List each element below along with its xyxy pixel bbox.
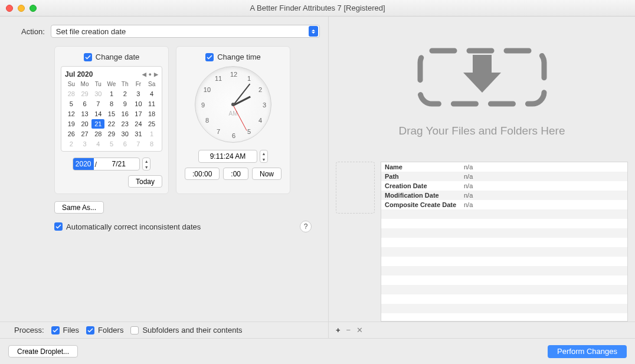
minimize-icon[interactable]	[18, 5, 25, 12]
process-subfolders-label: Subfolders and their contents	[142, 326, 242, 335]
calendar-day[interactable]: 14	[91, 109, 104, 119]
info-row-empty	[381, 238, 627, 247]
date-input[interactable]: 2020 /	[73, 158, 140, 170]
calendar-day[interactable]: 28	[65, 89, 78, 99]
calendar-day[interactable]: 27	[78, 129, 91, 139]
calendar-day[interactable]: 26	[65, 129, 78, 139]
calendar-day[interactable]: 17	[132, 109, 145, 119]
calendar-month-year: Jul 2020	[65, 70, 93, 78]
calendar-day[interactable]: 1	[105, 89, 118, 99]
calendar-day[interactable]: 30	[91, 89, 104, 99]
calendar-day[interactable]: 18	[145, 109, 158, 119]
calendar-day[interactable]: 5	[65, 99, 78, 109]
change-time-label: Change time	[217, 53, 261, 61]
calendar-day[interactable]: 5	[105, 139, 118, 149]
dropdown-arrow-icon	[309, 26, 318, 37]
same-as-button[interactable]: Same As...	[54, 201, 104, 214]
calendar-day[interactable]: 7	[91, 99, 104, 109]
calendar-day[interactable]: 6	[78, 99, 91, 109]
help-button[interactable]: ?	[300, 221, 312, 232]
clock-number: 6	[232, 132, 235, 139]
cal-prev-icon[interactable]: ◀	[142, 71, 146, 77]
calendar-day[interactable]: 1	[145, 129, 158, 139]
calendar-day[interactable]: 30	[119, 129, 132, 139]
change-time-checkbox[interactable]	[205, 53, 214, 61]
calendar-day[interactable]: 16	[119, 109, 132, 119]
drop-zone[interactable]: Drag Your Files and Folders Here	[329, 17, 635, 157]
calendar-day[interactable]: 12	[65, 109, 78, 119]
calendar-day[interactable]: 2	[119, 89, 132, 99]
info-key: Name	[381, 163, 464, 170]
clock-number: 4	[258, 117, 262, 124]
calendar-day[interactable]: 28	[91, 129, 104, 139]
perform-changes-button[interactable]: Perform Changes	[548, 345, 627, 358]
calendar-dow: Su	[65, 80, 78, 88]
clear-files-button[interactable]: ✕	[356, 326, 363, 335]
change-date-checkbox[interactable]	[84, 53, 92, 61]
zoom-icon[interactable]	[30, 5, 37, 12]
action-value: Set file creation date	[56, 27, 126, 36]
calendar-day[interactable]: 6	[119, 139, 132, 149]
calendar-day[interactable]: 7	[132, 139, 145, 149]
calendar-day[interactable]: 22	[105, 119, 118, 129]
action-select[interactable]: Set file creation date	[51, 25, 320, 38]
add-file-button[interactable]: +	[336, 326, 341, 335]
auto-correct-checkbox[interactable]	[54, 222, 63, 231]
monthday-field[interactable]	[98, 160, 139, 168]
process-files-checkbox[interactable]	[51, 326, 60, 335]
calendar-day[interactable]: 20	[78, 119, 91, 129]
process-subfolders-checkbox[interactable]	[130, 326, 139, 335]
calendar-dow: Fr	[132, 80, 145, 88]
remove-file-button[interactable]: −	[346, 326, 351, 335]
calendar-day[interactable]: 11	[145, 99, 158, 109]
time-input[interactable]	[198, 150, 257, 163]
calendar-day[interactable]: 4	[145, 89, 158, 99]
calendar-dow: Sa	[145, 80, 158, 88]
info-row-empty	[381, 228, 627, 238]
info-row-empty	[381, 266, 627, 276]
calendar-day[interactable]: 13	[78, 109, 91, 119]
clock-center-icon	[231, 103, 235, 106]
calendar-day[interactable]: 8	[105, 99, 118, 109]
today-button[interactable]: Today	[128, 175, 162, 188]
calendar-day[interactable]: 3	[132, 89, 145, 99]
calendar-day[interactable]: 29	[78, 89, 91, 99]
cal-next-icon[interactable]: ▶	[154, 71, 158, 77]
zero-seconds-button[interactable]: :00:00	[185, 168, 220, 180]
analog-clock[interactable]: AM 121234567891011	[195, 66, 271, 143]
zero-button[interactable]: :00	[223, 168, 248, 180]
calendar-day[interactable]: 29	[105, 129, 118, 139]
calendar-day[interactable]: 2	[65, 139, 78, 149]
auto-correct-label: Automatically correct inconsistent dates	[66, 222, 201, 231]
year-field[interactable]: 2020	[73, 158, 94, 170]
window-controls[interactable]	[6, 5, 37, 12]
process-folders-checkbox[interactable]	[86, 326, 94, 335]
info-value: n/a	[464, 192, 473, 199]
date-stepper[interactable]: ▲▼	[142, 158, 150, 170]
calendar-day[interactable]: 24	[132, 119, 145, 129]
calendar-day[interactable]: 10	[132, 99, 145, 109]
file-info-table: Namen/aPathn/aCreation Daten/aModificati…	[381, 162, 628, 322]
time-stepper[interactable]: ▲▼	[260, 150, 268, 163]
create-droplet-button[interactable]: Create Droplet...	[8, 345, 78, 358]
clock-number: 5	[247, 128, 251, 135]
calendar-day[interactable]: 3	[78, 139, 91, 149]
info-row-empty	[381, 247, 627, 257]
close-icon[interactable]	[6, 5, 13, 12]
process-files-label: Files	[63, 326, 79, 335]
cal-today-icon[interactable]: ●	[149, 71, 152, 77]
calendar-day[interactable]: 9	[119, 99, 132, 109]
info-key: Creation Date	[381, 182, 464, 189]
info-row-empty	[381, 219, 627, 228]
calendar-day[interactable]: 8	[145, 139, 158, 149]
calendar[interactable]: Jul 2020 ◀ ● ▶ SuMoTuWeThFrSa28293012345…	[61, 66, 162, 152]
calendar-day[interactable]: 23	[119, 119, 132, 129]
calendar-day[interactable]: 31	[132, 129, 145, 139]
calendar-day[interactable]: 25	[145, 119, 158, 129]
calendar-day[interactable]: 15	[105, 109, 118, 119]
calendar-day[interactable]: 21	[91, 119, 104, 129]
info-key: Path	[381, 173, 464, 180]
calendar-day[interactable]: 19	[65, 119, 78, 129]
calendar-day[interactable]: 4	[91, 139, 104, 149]
now-button[interactable]: Now	[252, 168, 282, 180]
